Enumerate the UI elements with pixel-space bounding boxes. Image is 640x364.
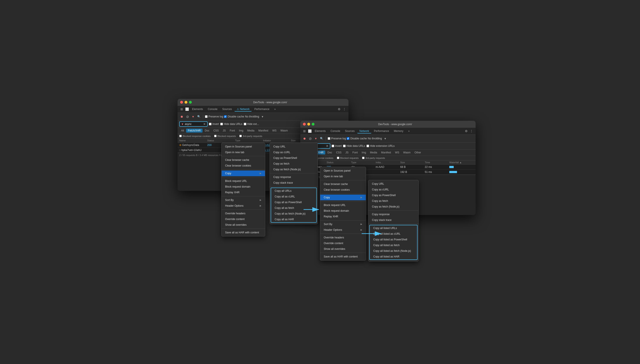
- ctx-clear-cookies-front[interactable]: Clear browser cookies: [320, 187, 366, 193]
- clear-search-icon-back[interactable]: ✕: [203, 122, 206, 126]
- ctx-headeropts-front[interactable]: Header Options: [320, 227, 366, 233]
- ftab-js-front[interactable]: JS: [344, 150, 350, 154]
- ctx-copy-front[interactable]: Copy: [320, 194, 366, 200]
- ctx-sortby-back[interactable]: Sort By: [222, 197, 265, 203]
- ftab-doc-front[interactable]: Doc: [326, 150, 334, 154]
- ctx-replay-back[interactable]: Replay XHR: [222, 190, 265, 195]
- tab-sources-front[interactable]: Sources: [343, 129, 357, 134]
- ctx-copy-all-ps-back[interactable]: Copy all as PowerShell: [271, 200, 316, 205]
- ctx-clear-cache-back[interactable]: Clear browser cache: [222, 157, 265, 163]
- third-party-label-back[interactable]: 3rd-party requests: [239, 135, 262, 138]
- preserve-log-checkbox-back[interactable]: Preserve log: [205, 115, 223, 118]
- minimize-button-front[interactable]: [307, 123, 310, 126]
- minimize-button[interactable]: [184, 101, 188, 104]
- clear-log-back[interactable]: ⊘: [185, 114, 190, 119]
- ctx-open-sources-front[interactable]: Open in Sources panel: [320, 168, 366, 174]
- ctx-headeropts-back[interactable]: Header Options: [222, 203, 265, 209]
- ftab-css-front[interactable]: CSS: [334, 150, 343, 154]
- tab-sources-back[interactable]: Sources: [220, 107, 234, 112]
- ctx-copy-stack-back[interactable]: Copy stack trace: [270, 180, 318, 186]
- select-tool-icon-front[interactable]: ⊞: [302, 129, 307, 134]
- search-icon-back[interactable]: 🔍: [196, 114, 201, 119]
- ctx-block-domain-front[interactable]: Block request domain: [320, 208, 366, 214]
- disable-cache-checkbox-back[interactable]: Disable cache: [224, 115, 244, 118]
- tab-network-back[interactable]: ⚠ Network: [234, 107, 252, 112]
- ftab-img-back[interactable]: Img: [237, 129, 245, 132]
- throttling-arrow-front[interactable]: ▾: [383, 136, 388, 141]
- maximize-button-front[interactable]: [312, 123, 314, 126]
- ctx-copy-all-listed-fetch-node-front[interactable]: Copy all listed as fetch (Node.js): [370, 248, 417, 254]
- ftab-img-front[interactable]: Img: [360, 150, 368, 154]
- ctx-copy-response-front[interactable]: Copy response: [368, 212, 418, 217]
- ctx-copy-all-listed-fetch-front[interactable]: Copy all listed as fetch: [370, 242, 417, 248]
- ftab-wasm-front[interactable]: Wasm: [402, 150, 412, 154]
- search-icon-front[interactable]: 🔍: [319, 136, 324, 141]
- hide-ext-checkbox-back[interactable]: Hide ext...: [244, 122, 259, 126]
- more-icon-front[interactable]: ⋮: [469, 129, 474, 134]
- stop-recording-front[interactable]: ⏺: [302, 136, 307, 141]
- select-tool-icon[interactable]: ⊞: [179, 107, 184, 112]
- throttling-front[interactable]: No throttling: [368, 137, 382, 140]
- ctx-block-url-back[interactable]: Block request URL: [222, 178, 265, 184]
- ctx-replay-front[interactable]: Replay XHR: [320, 214, 366, 219]
- ftab-ws-back[interactable]: WS: [270, 129, 278, 132]
- ctx-open-sources-back[interactable]: Open in Sources panel: [222, 144, 265, 150]
- tab-more-front[interactable]: »: [406, 129, 412, 134]
- settings-icon-back[interactable]: ⚙: [337, 107, 342, 112]
- ftab-media-back[interactable]: Media: [246, 129, 256, 132]
- settings-icon-front[interactable]: ⚙: [464, 129, 468, 134]
- ctx-clear-cache-front[interactable]: Clear browser cache: [320, 181, 366, 187]
- ctx-copy-ps-back[interactable]: Copy as PowerShell: [270, 155, 318, 161]
- ftab-ws-front[interactable]: WS: [393, 150, 401, 154]
- ftab-media-front[interactable]: Media: [368, 150, 379, 154]
- blocked-requests-label-front[interactable]: Blocked requests: [337, 157, 358, 159]
- ftab-doc-back[interactable]: Doc: [203, 129, 211, 132]
- ctx-copy-response-back[interactable]: Copy response: [270, 174, 318, 180]
- invert-checkbox-back[interactable]: Invert: [209, 122, 219, 126]
- ftab-js-back[interactable]: JS: [221, 129, 228, 132]
- ctx-copy-back[interactable]: Copy: [222, 170, 265, 176]
- ftab-font-back[interactable]: Font: [228, 129, 237, 132]
- ftab-css-back[interactable]: CSS: [212, 129, 220, 132]
- ctx-save-har-front[interactable]: Save all as HAR with content: [320, 254, 366, 260]
- tab-more-back[interactable]: »: [272, 107, 278, 112]
- tab-performance-front[interactable]: Performance: [372, 129, 391, 134]
- disable-cache-checkbox-front[interactable]: Disable cache: [347, 137, 367, 140]
- tab-elements-front[interactable]: Elements: [312, 129, 328, 134]
- close-button-front[interactable]: [303, 123, 306, 126]
- ctx-clear-cookies-back[interactable]: Clear browser cookies: [222, 163, 265, 168]
- tab-performance-back[interactable]: Performance: [252, 107, 272, 112]
- ctx-copy-fetch-node-front[interactable]: Copy as fetch (Node.js): [368, 204, 418, 210]
- throttling-arrow-back[interactable]: ▾: [260, 114, 265, 119]
- close-button[interactable]: [180, 101, 183, 104]
- search-box-back[interactable]: ▼ ✕: [179, 122, 208, 127]
- blocked-cookies-label-back[interactable]: Blocked response cookies: [179, 135, 211, 138]
- ftab-all-back[interactable]: All: [179, 129, 186, 132]
- ctx-override-headers-back[interactable]: Override headers: [222, 210, 265, 216]
- tab-network-front[interactable]: Network: [357, 129, 371, 134]
- ctx-copy-stack-front[interactable]: Copy stack trace: [368, 217, 418, 223]
- third-party-label-front[interactable]: 3rd-party requests: [362, 157, 385, 159]
- ftab-other-front[interactable]: Other: [413, 150, 423, 154]
- ftab-wasm-back[interactable]: Wasm: [279, 129, 290, 132]
- tab-memory-front[interactable]: Memory: [392, 129, 406, 134]
- device-icon[interactable]: ⬜: [184, 107, 189, 112]
- throttling-back[interactable]: No throttling: [245, 115, 259, 118]
- clear-log-front[interactable]: ⊘: [308, 136, 312, 141]
- ctx-sortby-front[interactable]: Sort By: [320, 221, 366, 227]
- ftab-fetchxhr-back[interactable]: Fetch/XHR: [186, 129, 202, 132]
- ctx-copy-all-urls-back[interactable]: Copy all URLs: [271, 188, 316, 194]
- hide-data-checkbox-front[interactable]: Hide data URLs: [343, 144, 365, 148]
- ctx-copy-curl-front[interactable]: Copy as cURL: [368, 187, 418, 192]
- tab-elements-back[interactable]: Elements: [190, 107, 205, 112]
- ctx-copy-url-front[interactable]: Copy URL: [368, 181, 418, 187]
- ctx-copy-all-har-back[interactable]: Copy all as HAR: [271, 216, 316, 222]
- ctx-copy-ps-front[interactable]: Copy as PowerShell: [368, 192, 418, 198]
- preserve-log-checkbox-front[interactable]: Preserve log: [328, 137, 346, 140]
- more-icon-back[interactable]: ⋮: [342, 107, 347, 112]
- search-input-back[interactable]: [185, 122, 202, 126]
- ctx-copy-fetch-node-back[interactable]: Copy as fetch (Node.js): [270, 166, 318, 172]
- ctx-show-overrides-front[interactable]: Show all overrides: [320, 246, 366, 252]
- hide-ext-checkbox-front[interactable]: Hide extension URLs: [366, 144, 395, 148]
- stop-recording-back[interactable]: ⏺: [179, 114, 184, 119]
